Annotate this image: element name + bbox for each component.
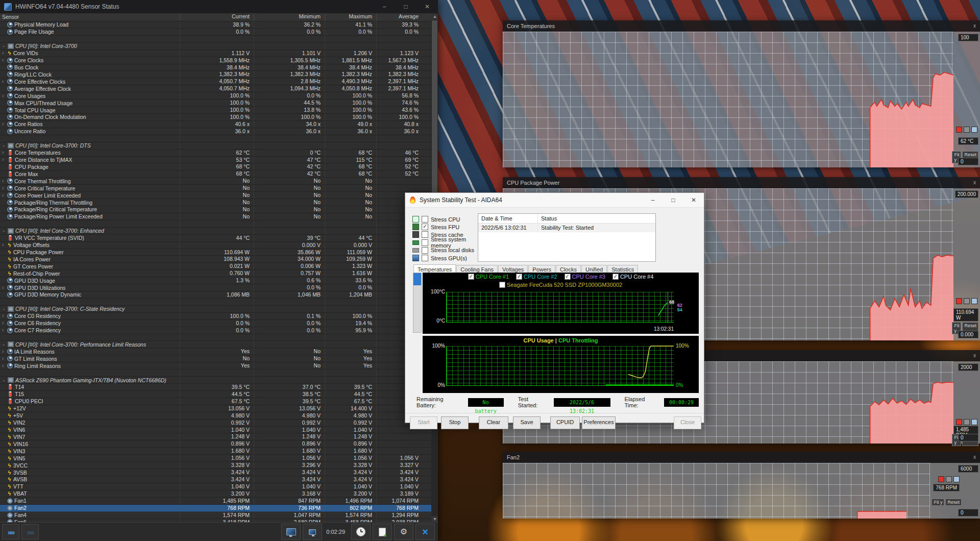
maximize-icon[interactable]: □ (663, 193, 683, 207)
red-legend-swatch[interactable] (956, 298, 962, 304)
table-row[interactable]: Fan2768 RPM736 RPM802 RPM768 RPM (0, 505, 431, 512)
table-row[interactable]: ›Core C6 Residency0.0 %0.0 %19.4 % (0, 320, 431, 327)
settings-button[interactable]: ⚙ (394, 524, 413, 540)
checkbox[interactable] (499, 282, 505, 288)
table-row[interactable]: T1544.5 °C38.5 °C44.5 °C (0, 391, 431, 398)
blu-legend-swatch[interactable] (971, 419, 977, 425)
expand-icon[interactable]: › (2, 285, 6, 291)
table-row[interactable]: ϟ+5V4.980 V4.980 V4.980 V (0, 412, 431, 420)
maximize-icon[interactable]: □ (395, 0, 416, 13)
table-row[interactable]: CPU Package68 °C42 °C68 °C52 °C (0, 163, 431, 170)
table-row[interactable]: ϟRest-of-Chip Power0.760 W0.757 W1.616 W (0, 270, 431, 277)
clock-reset-button[interactable] (351, 524, 371, 540)
log-row[interactable]: 2022/5/6 13:02:31 Stability Test: Starte… (478, 224, 655, 232)
section-collapse-icon[interactable]: ⌄ (2, 142, 6, 149)
column-average[interactable]: Average (376, 13, 423, 21)
expand-icon[interactable]: › (2, 363, 6, 369)
checkbox[interactable] (422, 231, 428, 238)
red-legend-swatch[interactable] (938, 476, 944, 482)
table-row[interactable]: ›Core Usages100.0 %0.0 %100.0 %56.8 % (0, 92, 431, 100)
logging-button[interactable] (373, 524, 392, 540)
table-row[interactable]: ›Core Critical TemperatureNoNoNo (0, 185, 431, 192)
blu-legend-swatch[interactable] (971, 127, 977, 133)
close-icon[interactable]: ✕ (683, 193, 704, 207)
table-row[interactable]: GPU D3D Memory Dynamic1,086 MB1,046 MB1,… (0, 291, 431, 299)
table-row[interactable]: ›Core Power Limit ExceededNoNoNo (0, 192, 431, 199)
table-row[interactable]: GPU D3D Usage1.3 %0.6 %33.6 % (0, 277, 431, 284)
checkbox[interactable] (422, 239, 428, 246)
gry-legend-swatch[interactable] (964, 419, 970, 425)
table-row[interactable]: ϟGT Cores Power0.021 W0.006 W1.323 W (0, 263, 431, 270)
table-row[interactable]: Page File Usage0.0 %0.0 %0.0 %0.0 % (0, 29, 431, 36)
table-row[interactable]: ϟAVSB3.424 V3.424 V3.424 V3.424 V (0, 476, 431, 483)
aida64-titlebar[interactable]: System Stability Test - AIDA64 – □ ✕ (405, 193, 704, 208)
minimize-icon[interactable]: – (374, 0, 395, 13)
expand-icon[interactable]: › (2, 57, 6, 63)
cpuid-button[interactable]: CPUID (550, 416, 580, 429)
table-row[interactable]: Total CPU Usage100.0 %13.8 %100.0 %43.6 … (0, 107, 431, 114)
fit-y-button[interactable]: Fit y (932, 499, 944, 506)
expand-icon[interactable]: › (2, 121, 6, 127)
expand-icon[interactable]: › (2, 178, 6, 184)
stop-button[interactable]: Stop (441, 416, 469, 429)
hwinfo-titlebar[interactable]: HWiNFO64 v7.04-4480 Sensor Status – □ ✕ (0, 0, 438, 13)
table-row[interactable]: ϟCPU Package Power110.694 W35.866 W111.0… (0, 249, 431, 256)
column-sensor[interactable]: Sensor (2, 14, 19, 20)
expand-icon[interactable]: › (2, 50, 6, 56)
graph-window-titlebar[interactable]: Fan2x (503, 452, 980, 463)
red-legend-swatch[interactable] (956, 419, 962, 425)
table-row[interactable]: ϟVBAT3.200 V3.168 V3.200 V3.189 V (0, 490, 431, 498)
table-row[interactable]: Bus Clock38.4 MHz38.4 MHz38.4 MHz38.4 MH… (0, 64, 431, 71)
section-collapse-icon[interactable]: ⌄ (2, 228, 6, 234)
table-row[interactable]: CPU0 PECI67.5 °C39.5 °C67.5 °C (0, 398, 431, 405)
table-row[interactable]: ›ϟVoltage Offsets0.000 V0.000 V (0, 242, 431, 249)
checkbox[interactable] (422, 255, 428, 261)
table-row[interactable]: Uncore Ratio36.0 x36.0 x36.0 x36.0 x (0, 128, 431, 135)
close-icon[interactable]: x (973, 350, 976, 361)
table-row[interactable]: ϟVIN160.896 V0.896 V0.896 V (0, 440, 431, 448)
remote-monitor-button[interactable] (281, 524, 301, 540)
table-row[interactable]: ›Core Thermal ThrottlingNoNoNo (0, 178, 431, 185)
column-maximum[interactable]: Maximum (325, 13, 376, 21)
preferences-button[interactable]: Preferences (582, 416, 616, 429)
close-icon[interactable]: ✕ (416, 0, 438, 13)
section-row[interactable]: ⌄CPU [#0]: Intel Core-3700: Performance … (0, 341, 431, 348)
table-row[interactable]: ›IA Limit ReasonsYesNoYes (0, 348, 431, 355)
table-row[interactable]: T1439.5 °C37.0 °C39.5 °C (0, 384, 431, 391)
section-row[interactable]: ⌄CPU [#0]: Intel Core-3700: Enhanced (0, 228, 431, 235)
checkbox[interactable]: ✓ (516, 274, 522, 280)
scroll-up-icon[interactable] (431, 13, 438, 20)
close-sensors-button[interactable]: × (415, 524, 435, 540)
log-column-status[interactable]: Status (538, 214, 557, 223)
gry-legend-swatch[interactable] (946, 476, 952, 482)
table-row[interactable]: Fan41,574 RPM1,047 RPM1,574 RPM1,294 RPM (0, 512, 431, 519)
clear-button[interactable]: Clear (479, 416, 508, 429)
reset-minmax-button[interactable]: »» (2, 524, 19, 539)
expand-icon[interactable]: › (2, 192, 6, 199)
close-icon[interactable]: x (973, 20, 976, 32)
close-icon[interactable]: x (973, 452, 976, 463)
stress-option[interactable]: Stress system memory (412, 239, 476, 247)
expand-icon[interactable]: › (2, 320, 6, 326)
table-row[interactable]: ϟVTT1.040 V1.040 V1.040 V1.040 V (0, 483, 431, 490)
expand-icon[interactable]: › (2, 356, 6, 362)
table-row[interactable]: ›GT Limit ReasonsNoNoYes (0, 355, 431, 362)
section-row[interactable]: ⌄CPU [#0]: Intel Core-3700: C-State Resi… (0, 306, 431, 313)
checkbox[interactable]: ✓ (612, 274, 619, 280)
section-collapse-icon[interactable]: ⌄ (2, 377, 6, 383)
table-row[interactable]: ϟIA Cores Power108.943 W34.000 W109.259 … (0, 256, 431, 263)
table-row[interactable]: Average Effective Clock4,050.7 MHz1,094.… (0, 85, 431, 92)
red-legend-swatch[interactable] (956, 127, 962, 133)
section-row[interactable]: ⌄CPU [#0]: Intel Core-3700: DTS (0, 142, 431, 150)
table-row[interactable]: ϟVIN61.040 V1.040 V1.040 V (0, 427, 431, 434)
table-row[interactable]: ›Core Clocks1,558.9 MHz1,305.5 MHz1,881.… (0, 57, 431, 64)
expand-icon[interactable]: › (2, 313, 6, 319)
table-row[interactable]: ›Core Effective Clocks4,050.7 MHz2.8 MHz… (0, 78, 431, 85)
table-row[interactable]: ϟ3VSB3.424 V3.424 V3.424 V3.424 V (0, 469, 431, 476)
expand-icon[interactable]: › (2, 349, 6, 355)
table-row[interactable]: ›Core Ratios40.6 x34.0 x49.0 x40.8 x (0, 121, 431, 128)
reset-button[interactable]: Reset (945, 499, 962, 506)
table-row[interactable]: Package/Ring Critical TemperatureNoNoNo (0, 206, 431, 213)
stress-option[interactable]: ✓Stress FPU (412, 223, 476, 231)
table-row[interactable]: ›Core Temperatures62 °C0 °C68 °C46 °C (0, 150, 431, 157)
